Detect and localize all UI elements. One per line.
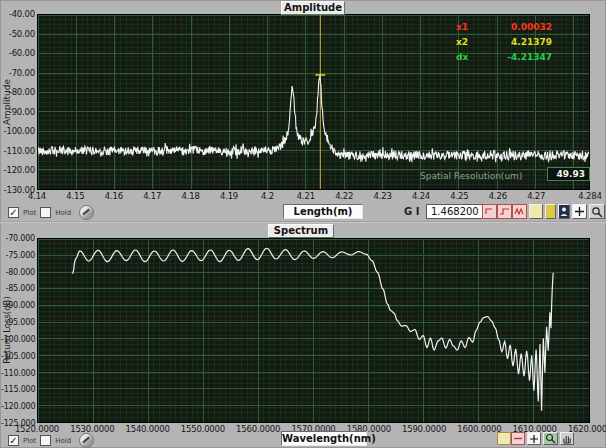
spectrum-plot-checkbox-label: Plot — [23, 437, 36, 445]
selection-tool-button[interactable] — [482, 204, 497, 219]
plot-visible-checkbox[interactable]: ✓ — [8, 207, 19, 218]
spectrum-x-axis-label-tab: Wavelength(nm) — [281, 431, 367, 446]
amplitude-x-axis-label-tab: Length(m) — [283, 204, 363, 219]
tick-label: -105.000 — [1, 351, 35, 360]
tick-label: -40.00 — [1, 9, 35, 19]
amplitude-plot-area[interactable]: x10.00032x24.21379dx-4.21347 Spatial Res… — [37, 14, 590, 190]
pen-tool-icon[interactable] — [79, 205, 94, 220]
cursor-legend: x10.00032x24.21379dx-4.21347 — [456, 20, 552, 65]
amplitude-title-tab: Amplitude — [281, 1, 345, 15]
tick-label: -120.000 — [1, 402, 35, 411]
panel-divider — [0, 221, 606, 223]
tick-label: -100.000 — [1, 334, 35, 343]
operator-button[interactable] — [558, 204, 570, 219]
zoom-tool-icon[interactable] — [589, 204, 605, 219]
spectrum-plot-visible-checkbox[interactable]: ✓ — [8, 435, 19, 446]
tick-label: -95.000 — [1, 318, 35, 327]
spectrum-zoom-tool-icon[interactable] — [543, 432, 558, 445]
cursor-legend-row: dx-4.21347 — [456, 50, 552, 65]
crosshair-tool-icon[interactable] — [572, 204, 587, 219]
tick-label: -110.00 — [1, 146, 35, 156]
tick-label: -50.00 — [1, 29, 35, 39]
tick-label: -110.000 — [1, 368, 35, 377]
top-graph-palette — [482, 204, 606, 219]
amplitude-plot-controls: ✓ Plot Hold — [8, 205, 94, 220]
spectrum-selection-tool-button[interactable] — [497, 432, 511, 445]
spectrum-plot-area[interactable] — [37, 238, 590, 423]
tick-label: -80.00 — [1, 87, 35, 97]
spectrum-hold-checkbox-label: Hold — [55, 437, 71, 445]
spectrum-pen-tool-icon[interactable] — [79, 433, 94, 448]
spectrum-y-axis-label: Return Loss(dB) — [2, 285, 12, 375]
spatial-resolution-label: Spatial Resolution(um) — [420, 171, 522, 181]
plot-checkbox-label: Plot — [23, 209, 36, 217]
hold-checkbox[interactable] — [40, 207, 51, 218]
spectrum-pan-hand-tool-icon[interactable] — [560, 432, 574, 445]
cursor-legend-row: x10.00032 — [456, 20, 552, 35]
annotation-box-button[interactable] — [529, 204, 543, 219]
tick-label: -80.000 — [1, 267, 35, 276]
spectrum-hold-checkbox[interactable] — [40, 435, 51, 446]
tick-label: -70.000 — [1, 234, 35, 243]
tick-label: -75.000 — [1, 250, 35, 259]
step-trace-tool-button[interactable] — [497, 204, 512, 219]
tick-label: -115.000 — [1, 385, 35, 394]
group-index-input[interactable]: 1.468200 — [426, 204, 484, 219]
tick-label: -120.00 — [1, 165, 35, 175]
spectrum-title-tab: Spectrum — [268, 224, 334, 238]
tick-label: 4.284 — [558, 191, 606, 201]
spectrum-crosshair-tool-icon[interactable] — [527, 432, 541, 445]
spectrum-plot-controls: ✓ Plot Hold — [8, 433, 94, 448]
cursor-legend-row: x24.21379 — [456, 35, 552, 50]
spectrum-line-tool-button[interactable] — [511, 432, 525, 445]
tick-label: -85.000 — [1, 284, 35, 293]
tick-label: -90.00 — [1, 107, 35, 117]
spectrum-trace-svg — [38, 239, 589, 422]
spatial-resolution-value: 49.93 — [547, 167, 590, 181]
peaks-trace-tool-button[interactable] — [512, 204, 527, 219]
hold-checkbox-label: Hold — [55, 209, 71, 217]
tick-label: -100.00 — [1, 126, 35, 136]
bottom-graph-palette — [497, 432, 574, 445]
tick-label: -70.00 — [1, 68, 35, 78]
tick-label: -90.000 — [1, 301, 35, 310]
app-window: Amplitude Amplitude -40.00-50.00-60.00-7… — [0, 0, 606, 448]
cursor-marker-button[interactable] — [545, 204, 556, 219]
tick-label: -60.00 — [1, 48, 35, 58]
group-index-label: G I — [404, 206, 419, 217]
